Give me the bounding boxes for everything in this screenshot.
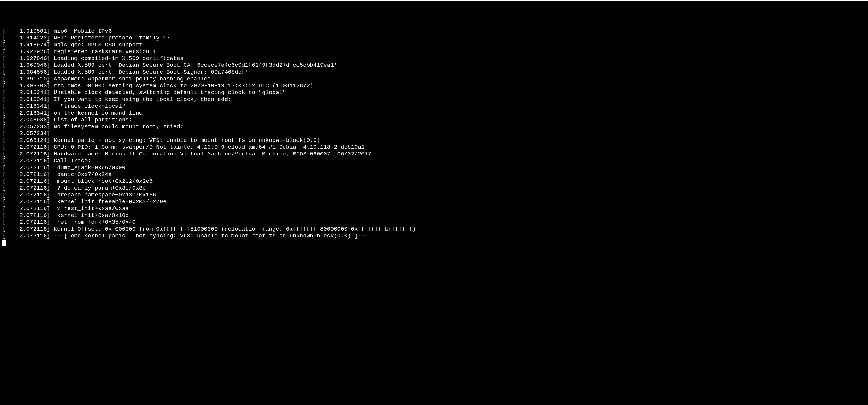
log-line: [ 2.016341] Unstable clock detected, swi… <box>2 89 866 96</box>
log-line: [ 1.927846] Loading compiled-in X.509 ce… <box>2 55 866 62</box>
log-line: [ 1.984556] Loaded X.509 cert 'Debian Se… <box>2 69 866 76</box>
log-line: [ 2.072116] ? rest_init+0xaa/0xaa <box>2 205 866 212</box>
log-line: [ 1.969046] Loaded X.509 cert 'Debian Se… <box>2 62 866 69</box>
log-line: [ 2.016341] "trace_clock=local" <box>2 103 866 110</box>
cursor <box>2 240 6 246</box>
kernel-console: [ 1.910501] mip6: Mobile IPv6[ 1.914222]… <box>0 28 868 246</box>
log-line: [ 2.072116] kernel_init+0xa/0x10d <box>2 212 866 219</box>
log-line: [ 2.072116] Kernel Offset: 0xf000000 fro… <box>2 226 866 232</box>
log-line: [ 2.048938] List of all partitions: <box>2 117 866 123</box>
log-line: [ 2.072116] prepare_namespace+0x130/0x16… <box>2 192 866 198</box>
log-line: [ 2.068124] Kernel panic - not syncing: … <box>2 137 866 144</box>
log-line: [ 2.072116] dump_stack+0x66/0x90 <box>2 164 866 171</box>
log-line: [ 2.057233] No filesystem could mount ro… <box>2 123 866 130</box>
log-line: [ 1.998703] rtc_cmos 00:00: setting syst… <box>2 83 866 89</box>
log-line: [ 2.072116] ? do_early_param+0x8e/0x8e <box>2 185 866 192</box>
log-line: [ 2.072116] mount_block_root+0x2c2/0x2e6 <box>2 178 866 185</box>
log-line: [ 1.914222] NET: Registered protocol fam… <box>2 35 866 41</box>
log-line: [ 2.057234] <box>2 130 866 137</box>
log-line: [ 2.072116] ret_from_fork+0x35/0x40 <box>2 219 866 226</box>
log-line: [ 1.991710] AppArmor: AppArmor sha1 poli… <box>2 76 866 83</box>
log-line: [ 1.918974] mpls_gso: MPLS GSO support <box>2 41 866 49</box>
log-line: [ 2.072116] panic+0xe7/0x24a <box>2 171 866 178</box>
log-line: [ 1.922926] registered taskstats version… <box>2 49 866 55</box>
log-line: [ 1.910501] mip6: Mobile IPv6 <box>2 28 866 35</box>
log-line: [ 2.072116] Call Trace: <box>2 158 866 164</box>
log-line: [ 2.072116] ---[ end Kernel panic - not … <box>2 232 866 240</box>
cursor-line <box>2 240 866 246</box>
log-line: [ 2.072116] Hardware name: Microsoft Cor… <box>2 151 866 158</box>
log-line: [ 2.016341] If you want to keep using th… <box>2 96 866 103</box>
log-line: [ 2.072116] CPU: 0 PID: 1 Comm: swapper/… <box>2 144 866 151</box>
log-line: [ 2.016341] on the kernel command line <box>2 110 866 117</box>
log-line: [ 2.072116] kernel_init_freeable+0x203/0… <box>2 198 866 205</box>
